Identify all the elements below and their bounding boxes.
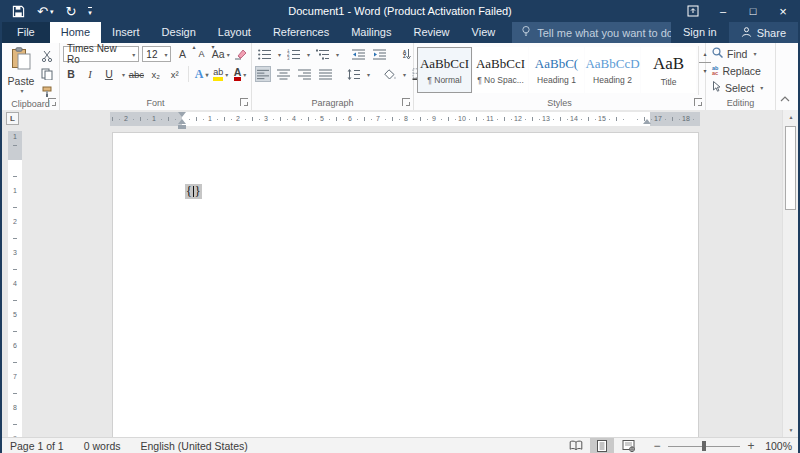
vertical-ruler[interactable]: 1123456789 <box>8 131 22 437</box>
ribbon-display-options-icon[interactable] <box>678 0 708 22</box>
ribbon-tabs: HomeInsertDesignLayoutReferencesMailings… <box>50 22 507 43</box>
zoom-slider[interactable] <box>668 440 740 452</box>
align-right-button[interactable] <box>295 66 313 82</box>
status-bar: Page 1 of 1 0 words English (United Stat… <box>2 437 798 453</box>
line-spacing-button[interactable] <box>344 66 362 82</box>
redo-button[interactable]: ↻ <box>65 5 76 18</box>
style-no-spac[interactable]: AaBbCcI¶ No Spac... <box>473 47 528 93</box>
paste-label: Paste <box>8 75 35 87</box>
tab-review[interactable]: Review <box>403 22 461 43</box>
cut-icon[interactable] <box>39 49 54 62</box>
style-normal[interactable]: AaBbCcI¶ Normal <box>417 47 472 93</box>
language-indicator[interactable]: English (United States) <box>140 440 247 452</box>
clipboard-group: Paste ▾ Clipboard <box>2 43 60 110</box>
tab-view[interactable]: View <box>461 22 507 43</box>
tab-file[interactable]: File <box>2 22 50 43</box>
quick-access-toolbar: ↶▾ ↻ ▾ <box>2 5 92 18</box>
search-icon <box>712 47 723 60</box>
bullets-icon[interactable] <box>255 46 273 62</box>
zoom-slider-thumb[interactable] <box>702 441 706 451</box>
italic-button[interactable]: I <box>82 66 98 82</box>
svg-text:3: 3 <box>287 56 290 60</box>
underline-caret-icon[interactable]: ▾ <box>122 71 125 78</box>
text-effects-button[interactable]: A▾ <box>194 66 210 82</box>
style-title[interactable]: AaBTitle <box>641 47 696 93</box>
vertical-scrollbar[interactable]: ▲ ▼ <box>782 110 798 437</box>
page-count[interactable]: Page 1 of 1 <box>10 440 64 452</box>
copy-icon[interactable] <box>39 67 54 80</box>
clear-formatting-icon[interactable] <box>232 46 248 62</box>
bold-button[interactable]: B <box>63 66 79 82</box>
style-heading-2[interactable]: AaBbCcDHeading 2 <box>585 47 640 93</box>
highlight-color-button[interactable]: ab▾ <box>213 66 229 82</box>
right-indent-marker[interactable] <box>643 119 651 124</box>
zoom-in-button[interactable]: + <box>746 439 756 453</box>
paragraph-dialog-launcher[interactable] <box>402 98 410 106</box>
tab-home[interactable]: Home <box>50 22 101 43</box>
zoom-level[interactable]: 100% <box>762 440 792 452</box>
print-layout-icon[interactable] <box>590 438 614 453</box>
sign-in-button[interactable]: Sign in <box>671 22 729 43</box>
document-page[interactable]: {} <box>112 132 699 437</box>
align-center-button[interactable] <box>274 66 292 82</box>
styles-dialog-launcher[interactable] <box>694 98 702 106</box>
zoom-out-button[interactable]: − <box>652 439 662 453</box>
minimize-button[interactable]: – <box>708 0 738 22</box>
left-indent-marker[interactable] <box>178 125 186 129</box>
font-name-combo[interactable]: Times New Ro ▾ <box>63 46 139 62</box>
scrollbar-thumb[interactable] <box>785 126 796 210</box>
superscript-button[interactable]: x² <box>167 66 183 82</box>
tell-me-box[interactable]: Tell me what you want to do... <box>512 22 671 43</box>
tab-design[interactable]: Design <box>151 22 207 43</box>
share-button[interactable]: Share <box>729 22 798 43</box>
scroll-up-icon[interactable]: ▲ <box>783 110 798 124</box>
style-heading-1[interactable]: AaBbC(Heading 1 <box>529 47 584 93</box>
format-painter-icon[interactable] <box>39 85 54 98</box>
justify-button[interactable] <box>316 66 334 82</box>
undo-button[interactable]: ↶▾ <box>37 5 53 18</box>
lightbulb-icon <box>521 25 531 40</box>
paste-caret-icon[interactable]: ▾ <box>20 87 23 94</box>
maximize-button[interactable]: □ <box>738 0 768 22</box>
decrease-indent-icon[interactable] <box>349 46 367 62</box>
tab-selector-button[interactable]: L <box>6 112 19 125</box>
font-color-button[interactable]: A▾ <box>232 66 248 82</box>
word-count[interactable]: 0 words <box>84 440 121 452</box>
shading-button[interactable] <box>380 66 398 82</box>
underline-button[interactable]: U <box>101 66 117 82</box>
styles-group-label: Styles <box>547 98 572 108</box>
grow-font-button[interactable]: A▴ <box>174 46 190 62</box>
font-size-combo[interactable]: 12 ▾ <box>142 46 171 62</box>
customize-qat-button[interactable]: ▾ <box>88 7 92 16</box>
tab-layout[interactable]: Layout <box>207 22 262 43</box>
strikethrough-button[interactable]: abc <box>128 66 145 82</box>
first-line-indent-marker[interactable] <box>178 112 186 117</box>
web-layout-icon[interactable] <box>616 438 640 453</box>
align-left-button[interactable] <box>255 66 271 82</box>
scroll-down-icon[interactable]: ▼ <box>783 423 798 437</box>
find-button[interactable]: Find▾ <box>712 46 772 61</box>
select-button[interactable]: Select▾ <box>712 80 772 95</box>
clipboard-dialog-launcher[interactable] <box>48 98 56 106</box>
save-icon[interactable] <box>12 5 25 18</box>
tab-references[interactable]: References <box>262 22 340 43</box>
change-case-button[interactable]: Aa▾ <box>212 46 229 62</box>
horizontal-ruler[interactable]: 211234567891011121314151718 <box>110 112 700 126</box>
tab-insert[interactable]: Insert <box>101 22 151 43</box>
increase-indent-icon[interactable] <box>370 46 388 62</box>
font-group-label: Font <box>146 98 164 108</box>
replace-button[interactable]: abac Replace <box>712 63 772 78</box>
subscript-button[interactable]: x₂ <box>148 66 164 82</box>
field-code[interactable]: {} <box>185 184 202 199</box>
hanging-indent-marker[interactable] <box>178 119 186 124</box>
read-mode-icon[interactable] <box>564 438 588 453</box>
undo-caret-icon[interactable]: ▾ <box>50 8 54 15</box>
collapse-ribbon-icon[interactable] <box>780 92 790 104</box>
font-dialog-launcher[interactable] <box>240 98 248 106</box>
multilevel-list-icon[interactable] <box>313 46 331 62</box>
numbering-icon[interactable]: 123 <box>284 46 302 62</box>
close-button[interactable]: × <box>768 0 798 22</box>
tab-mailings[interactable]: Mailings <box>340 22 402 43</box>
shrink-font-button[interactable]: A▾ <box>193 46 209 62</box>
paste-button[interactable]: Paste ▾ <box>5 46 37 98</box>
